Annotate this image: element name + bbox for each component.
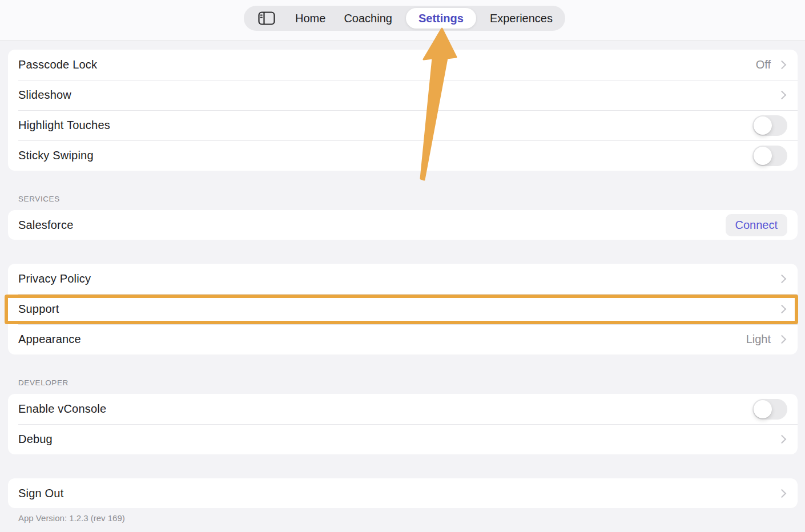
salesforce-connect-button[interactable]: Connect — [726, 214, 788, 236]
row-support[interactable]: Support — [8, 294, 798, 324]
row-label: Privacy Policy — [18, 272, 779, 285]
row-label: Support — [18, 303, 779, 316]
row-slideshow[interactable]: Slideshow — [8, 80, 798, 110]
row-value: Light — [746, 333, 771, 346]
row-label: Sticky Swiping — [18, 149, 752, 162]
settings-group-services: Salesforce Connect — [8, 210, 798, 240]
chevron-right-icon — [778, 305, 787, 314]
row-label: Appearance — [18, 333, 746, 346]
sticky-swiping-toggle[interactable] — [752, 146, 787, 166]
navbar: Home Coaching Settings Experiences — [0, 0, 805, 41]
tab-bar: Home Coaching Settings Experiences — [244, 6, 565, 31]
row-label: Passcode Lock — [18, 58, 756, 71]
row-sticky-swiping: Sticky Swiping — [8, 140, 798, 171]
vconsole-toggle[interactable] — [752, 399, 787, 420]
row-label: Enable vConsole — [18, 402, 752, 416]
row-sign-out[interactable]: Sign Out — [8, 478, 798, 508]
row-highlight-touches: Highlight Touches — [8, 110, 798, 140]
tab-coaching[interactable]: Coaching — [339, 8, 397, 29]
chevron-right-icon — [778, 435, 787, 444]
settings-group-general: Passcode Lock Off Slideshow Highlight To… — [8, 50, 798, 171]
row-label: Sign Out — [18, 487, 779, 500]
row-label: Slideshow — [18, 88, 779, 102]
section-header-developer: DEVELOPER — [18, 378, 69, 387]
row-enable-vconsole: Enable vConsole — [8, 394, 798, 424]
chevron-right-icon — [778, 61, 787, 70]
sidebar-toggle-icon — [258, 11, 275, 25]
row-label: Highlight Touches — [18, 119, 752, 132]
row-label: Salesforce — [18, 219, 726, 232]
tab-experiences[interactable]: Experiences — [485, 8, 557, 29]
settings-screen: Home Coaching Settings Experiences Passc… — [0, 0, 805, 532]
row-label: Debug — [18, 433, 779, 446]
section-header-services: SERVICES — [18, 195, 60, 203]
tab-settings[interactable]: Settings — [406, 8, 476, 29]
row-passcode-lock[interactable]: Passcode Lock Off — [8, 50, 798, 80]
toggle-knob — [754, 147, 772, 165]
row-value: Off — [756, 58, 771, 71]
chevron-right-icon — [778, 275, 787, 284]
row-salesforce: Salesforce Connect — [8, 210, 798, 240]
settings-group-info: Privacy Policy Support Appearance Light — [8, 264, 798, 354]
toggle-knob — [754, 400, 772, 418]
chevron-right-icon — [778, 489, 787, 498]
row-debug[interactable]: Debug — [8, 424, 798, 454]
tab-home[interactable]: Home — [291, 8, 330, 29]
sidebar-toggle-button[interactable] — [252, 8, 281, 29]
toggle-knob — [754, 116, 772, 135]
row-privacy-policy[interactable]: Privacy Policy — [8, 264, 798, 294]
chevron-right-icon — [778, 335, 787, 344]
settings-group-account: Sign Out — [8, 478, 798, 508]
settings-group-developer: Enable vConsole Debug — [8, 394, 798, 454]
row-appearance[interactable]: Appearance Light — [8, 324, 798, 354]
chevron-right-icon — [778, 91, 787, 100]
highlight-touches-toggle[interactable] — [752, 115, 787, 136]
app-version-label: App Version: 1.2.3 (rev 169) — [18, 513, 125, 523]
